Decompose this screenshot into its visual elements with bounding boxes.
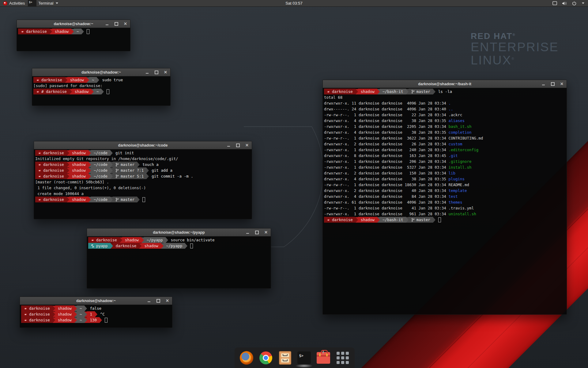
maximize-button[interactable] xyxy=(255,230,259,234)
minimize-button[interactable] xyxy=(541,82,545,86)
prompt-segment-git: master ?:1 xyxy=(113,167,146,173)
ls-row: drwxrwxr-x. 4 darknoise darknoise 38 Jan… xyxy=(324,176,567,182)
window-titlebar[interactable]: darknoise@shadow:~✕ xyxy=(17,20,130,28)
powerline-arrow xyxy=(74,306,77,311)
minimize-button[interactable] xyxy=(145,70,149,74)
top-bar: Activities $> Terminal Sat 03:57 xyxy=(0,0,588,7)
powerline-arrow xyxy=(111,243,113,249)
maximize-button[interactable] xyxy=(156,299,160,303)
minimize-button[interactable] xyxy=(105,22,109,26)
prompt-segment-user: darknoise xyxy=(35,150,67,156)
toolbox-icon xyxy=(317,352,330,364)
prompt-segment-path: ~/code xyxy=(91,167,110,173)
ls-row: -rwxrwxr-x. 1 darknoise darknoise 961 Ja… xyxy=(324,211,567,217)
git-branch-icon xyxy=(115,163,119,167)
command-text: ^C xyxy=(100,312,105,316)
window-title: darknoise@shadow:~/code xyxy=(118,143,168,148)
dock-item-terminal[interactable]: $> xyxy=(297,351,311,365)
prompt-segment-git: master S:1 xyxy=(113,173,146,179)
terminal-window[interactable]: darknoise@shadow:~/pyapp✕darknoiseshadow… xyxy=(87,228,271,289)
close-button[interactable]: ✕ xyxy=(123,22,127,26)
powerline-arrow xyxy=(85,306,87,311)
ls-row: -rw-rw-r--. 1 darknoise darknoise 22 Jan… xyxy=(324,112,567,118)
file-name: test xyxy=(448,194,458,199)
output-line: [master (root-commit) 50bcb63] . xyxy=(35,179,252,185)
window-titlebar[interactable]: darknoise@shadow:~✕ xyxy=(20,297,172,305)
powerline-arrow xyxy=(89,197,91,202)
file-name: install.sh xyxy=(448,165,471,170)
window-titlebar[interactable]: darknoise@shadow:~/code✕ xyxy=(34,141,252,149)
close-button[interactable]: ✕ xyxy=(560,82,564,86)
prompt-segment-path: ~ xyxy=(74,29,82,34)
window-titlebar[interactable]: darknoise@shadow:~/pyapp✕ xyxy=(87,228,271,236)
prompt-segment-host: shadow xyxy=(358,89,377,94)
terminal-cursor xyxy=(142,197,145,202)
powerline-arrow xyxy=(53,312,55,317)
close-button[interactable]: ✕ xyxy=(165,299,169,303)
chevron-down-icon[interactable] xyxy=(582,2,584,4)
ls-row: -rw-rw-r--. 1 darknoise darknoise 18630 … xyxy=(324,182,567,188)
terminal-window[interactable]: darknoise@shadow:~/bash-it✕darknoiseshad… xyxy=(322,80,567,315)
prompt-segment-git: master xyxy=(409,217,433,223)
powerline-arrow xyxy=(161,243,164,249)
dock-item-chrome[interactable] xyxy=(259,351,273,365)
volume-icon[interactable] xyxy=(562,1,567,6)
prompt-segment-host: shadow xyxy=(69,167,89,173)
terminal-content[interactable]: darknoiseshadow~/bash-itmasterls -latota… xyxy=(323,88,567,314)
maximize-button[interactable] xyxy=(154,70,158,74)
window-titlebar[interactable]: darknoise@shadow:~✕ xyxy=(32,68,170,76)
powerline-arrow xyxy=(89,150,91,156)
prompt-segment-exit: 130 xyxy=(87,317,100,323)
file-name: uninstall.sh xyxy=(448,212,476,216)
power-icon[interactable] xyxy=(572,1,576,6)
powerline-arrow xyxy=(65,77,67,83)
terminal-content[interactable]: darknoiseshadow~falsedarknoiseshadow~1^C… xyxy=(20,305,172,328)
clock[interactable]: Sat 03:57 xyxy=(0,1,588,6)
terminal-content[interactable]: darknoiseshadow~/codegit initInitialized… xyxy=(34,149,252,219)
ls-row: drwxrwxr-x. 4 darknoise darknoise 84 Jan… xyxy=(324,194,567,199)
file-name: .git xyxy=(448,153,458,158)
dock-item-app-grid[interactable] xyxy=(336,351,350,365)
terminal-window[interactable]: darknoise@shadow:~/code✕darknoiseshadow~… xyxy=(34,141,252,219)
terminal-content[interactable]: darknoiseshadow~sudo true[sudo] password… xyxy=(32,76,170,105)
terminal-content[interactable]: darknoiseshadow~ xyxy=(17,28,130,51)
prompt-line: pyappdarknoiseshadow~/pyapp xyxy=(88,243,271,249)
dock-item-firefox[interactable] xyxy=(239,351,254,365)
maximize-button[interactable] xyxy=(551,82,555,86)
powerline-arrow xyxy=(67,150,69,156)
powerline-arrow xyxy=(137,162,140,167)
app-grid-icon xyxy=(337,352,349,364)
chrome-icon xyxy=(259,351,272,364)
ls-row: drwxrwxr-x. 61 darknoise darknoise 4096 … xyxy=(324,199,567,205)
prompt-segment-user: darknoise xyxy=(35,162,67,167)
terminal-window[interactable]: darknoise@shadow:~✕darknoiseshadow~sudo … xyxy=(32,68,171,106)
prompt-segment-path: ~/code xyxy=(91,197,110,202)
close-button[interactable]: ✕ xyxy=(245,143,249,147)
running-indicator xyxy=(295,364,313,368)
powerline-arrow xyxy=(110,150,113,156)
maximize-button[interactable] xyxy=(236,143,240,147)
dock-item-files[interactable] xyxy=(278,351,292,365)
prompt-segment-exit: 1 xyxy=(87,311,95,317)
prompt-segment-user: darknoise xyxy=(35,173,67,179)
terminal-window[interactable]: darknoise@shadow:~✕darknoiseshadow~ xyxy=(17,20,130,51)
prompt-segment-user: darknoise xyxy=(21,305,53,311)
close-button[interactable]: ✕ xyxy=(164,70,168,74)
terminal-content[interactable]: darknoiseshadow~/pyappsource bin/activat… xyxy=(87,236,271,288)
screen-icon[interactable] xyxy=(552,1,557,5)
window-titlebar[interactable]: darknoise@shadow:~/bash-it✕ xyxy=(323,80,567,88)
minimize-button[interactable] xyxy=(246,230,250,234)
maximize-button[interactable] xyxy=(114,22,118,26)
dock-item-toolbox[interactable] xyxy=(316,351,330,365)
powerline-arrow xyxy=(67,197,69,202)
close-button[interactable]: ✕ xyxy=(264,230,268,234)
minimize-button[interactable] xyxy=(227,143,231,147)
prompt-segment-host: shadow xyxy=(69,150,89,156)
command-text: git add a xyxy=(152,168,172,173)
terminal-window[interactable]: darknoise@shadow:~✕darknoiseshadow~false… xyxy=(20,297,172,328)
git-branch-icon xyxy=(411,218,415,222)
minimize-button[interactable] xyxy=(147,299,151,303)
prompt-segment-host: shadow xyxy=(52,29,71,34)
powerline-arrow xyxy=(71,29,74,34)
prompt-segment-git: master xyxy=(113,197,137,202)
